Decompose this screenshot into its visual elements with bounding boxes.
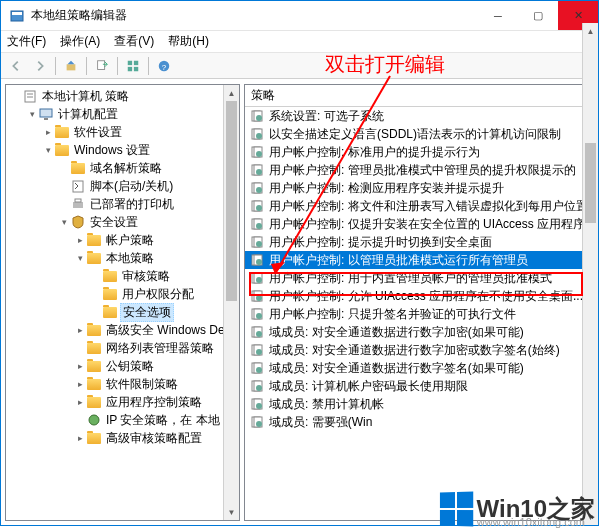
security-icon	[70, 214, 86, 230]
forward-button[interactable]	[29, 56, 51, 76]
svg-point-36	[256, 205, 262, 211]
policy-icon	[249, 234, 265, 250]
svg-point-57	[256, 331, 262, 337]
policy-icon	[249, 162, 265, 178]
tree-item[interactable]: 审核策略	[6, 267, 239, 285]
menu-view[interactable]: 查看(V)	[114, 33, 154, 50]
list-scroll-thumb[interactable]	[585, 143, 594, 223]
expander-icon[interactable]: ▾	[74, 253, 86, 263]
tree-scroll-thumb[interactable]	[226, 101, 237, 301]
list-row[interactable]: 用户帐户控制: 用于内置管理员帐户的管理员批准模式	[245, 269, 593, 287]
tree-item[interactable]: 网络列表管理器策略	[6, 339, 239, 357]
tree-item[interactable]: ▸软件限制策略	[6, 375, 239, 393]
list-row[interactable]: 用户帐户控制: 将文件和注册表写入错误虚拟化到每用户位置	[245, 197, 593, 215]
svg-rect-7	[134, 66, 138, 70]
expander-icon[interactable]: ▸	[74, 325, 86, 335]
svg-point-51	[256, 295, 262, 301]
list-row[interactable]: 域成员: 禁用计算机帐	[245, 395, 593, 413]
maximize-button[interactable]: ▢	[518, 1, 558, 30]
folder-b-icon	[86, 250, 102, 266]
list-row[interactable]: 以安全描述定义语言(SDDL)语法表示的计算机访问限制	[245, 125, 593, 143]
tree-item[interactable]: ▾本地策略	[6, 249, 239, 267]
tree-item[interactable]: 域名解析策略	[6, 159, 239, 177]
folder-icon	[86, 430, 102, 446]
tree-item[interactable]: 安全选项	[6, 303, 239, 321]
up-button[interactable]	[60, 56, 82, 76]
tree-item[interactable]: 脚本(启动/关机)	[6, 177, 239, 195]
list-row-label: 用户帐户控制: 用于内置管理员帐户的管理员批准模式	[269, 270, 552, 287]
policy-icon	[249, 360, 265, 376]
tree-item-label: 审核策略	[120, 268, 172, 285]
tree-item[interactable]: ▸高级审核策略配置	[6, 429, 239, 447]
list-header[interactable]: 策略	[245, 85, 593, 107]
list-row[interactable]: 域成员: 对安全通道数据进行数字签名(如果可能)	[245, 359, 593, 377]
list-row[interactable]: 用户帐户控制: 管理员批准模式中管理员的提升权限提示的	[245, 161, 593, 179]
tree-scroll-down[interactable]: ▼	[224, 504, 239, 520]
tree-item[interactable]: ▸高级安全 Windows De	[6, 321, 239, 339]
list-row[interactable]: 域成员: 计算机帐户密码最长使用期限	[245, 377, 593, 395]
list-row-label: 用户帐户控制: 以管理员批准模式运行所有管理员	[269, 252, 528, 269]
policy-icon	[249, 270, 265, 286]
expander-icon[interactable]: ▸	[74, 235, 86, 245]
tree-scroll-up[interactable]: ▲	[224, 85, 239, 101]
tree-item-label: 软件设置	[72, 124, 124, 141]
svg-rect-6	[128, 66, 132, 70]
minimize-button[interactable]: ─	[478, 1, 518, 30]
policy-icon	[249, 180, 265, 196]
script-icon	[70, 178, 86, 194]
tree-item-label: 公钥策略	[104, 358, 156, 375]
list-row[interactable]: 域成员: 对安全通道数据进行数字加密或数字签名(始终)	[245, 341, 593, 359]
tree-item-label: 计算机配置	[56, 106, 120, 123]
list-row-label: 域成员: 计算机帐户密码最长使用期限	[269, 378, 468, 395]
tree-item-label: 帐户策略	[104, 232, 156, 249]
list-row[interactable]: 用户帐户控制: 以管理员批准模式运行所有管理员	[245, 251, 593, 269]
expander-icon[interactable]: ▾	[26, 109, 38, 119]
list-row[interactable]: 用户帐户控制: 提示提升时切换到安全桌面	[245, 233, 593, 251]
list-row-label: 域成员: 对安全通道数据进行数字签名(如果可能)	[269, 360, 524, 377]
export-button[interactable]	[91, 56, 113, 76]
expander-icon[interactable]: ▸	[74, 433, 86, 443]
list-row-label: 用户帐户控制: 只提升签名并验证的可执行文件	[269, 306, 516, 323]
tree-item[interactable]: ▾安全设置	[6, 213, 239, 231]
tree-item[interactable]: IP 安全策略，在 本地	[6, 411, 239, 429]
expander-icon[interactable]: ▸	[74, 379, 86, 389]
expander-icon[interactable]: ▸	[74, 361, 86, 371]
expander-icon[interactable]: ▾	[58, 217, 70, 227]
svg-point-24	[256, 133, 262, 139]
tree-item[interactable]: ▸应用程序控制策略	[6, 393, 239, 411]
list-row[interactable]: 用户帐户控制: 标准用户的提升提示行为	[245, 143, 593, 161]
tree-item[interactable]: ▸帐户策略	[6, 231, 239, 249]
menu-file[interactable]: 文件(F)	[7, 33, 46, 50]
list-row[interactable]: 用户帐户控制: 检测应用程序安装并提示提升	[245, 179, 593, 197]
tree-item[interactable]: ▸软件设置	[6, 123, 239, 141]
tree-item[interactable]: 用户权限分配	[6, 285, 239, 303]
svg-text:?: ?	[162, 62, 167, 71]
list-row-label: 用户帐户控制: 管理员批准模式中管理员的提升权限提示的	[269, 162, 576, 179]
refresh-button[interactable]	[122, 56, 144, 76]
list-row[interactable]: 用户帐户控制: 只提升签名并验证的可执行文件	[245, 305, 593, 323]
tree-item[interactable]: 已部署的打印机	[6, 195, 239, 213]
list-row[interactable]: 系统设置: 可选子系统	[245, 107, 593, 125]
expander-icon[interactable]: ▾	[42, 145, 54, 155]
tree-item[interactable]: 本地计算机 策略	[6, 87, 239, 105]
back-button[interactable]	[5, 56, 27, 76]
svg-rect-16	[73, 202, 83, 208]
list-row[interactable]: 用户帐户控制: 允许 UIAccess 应用程序在不使用安全桌面...	[245, 287, 593, 305]
help-button[interactable]: ?	[153, 56, 175, 76]
list-row-label: 用户帐户控制: 检测应用程序安装并提示提升	[269, 180, 504, 197]
list-row[interactable]: 用户帐户控制: 仅提升安装在安全位置的 UIAccess 应用程序	[245, 215, 593, 233]
printer-icon	[70, 196, 86, 212]
expander-icon[interactable]: ▸	[42, 127, 54, 137]
menu-action[interactable]: 操作(A)	[60, 33, 100, 50]
expander-icon[interactable]: ▸	[74, 397, 86, 407]
list-row[interactable]: 域成员: 需要强(Win	[245, 413, 593, 431]
list-row-label: 用户帐户控制: 仅提升安装在安全位置的 UIAccess 应用程序	[269, 216, 585, 233]
menu-help[interactable]: 帮助(H)	[168, 33, 209, 50]
folder-icon	[86, 358, 102, 374]
tree-item[interactable]: ▾Windows 设置	[6, 141, 239, 159]
folder-b-icon	[102, 268, 118, 284]
tree-item[interactable]: ▾计算机配置	[6, 105, 239, 123]
toolbar: ?	[1, 53, 598, 79]
tree-item[interactable]: ▸公钥策略	[6, 357, 239, 375]
list-row[interactable]: 域成员: 对安全通道数据进行数字加密(如果可能)	[245, 323, 593, 341]
